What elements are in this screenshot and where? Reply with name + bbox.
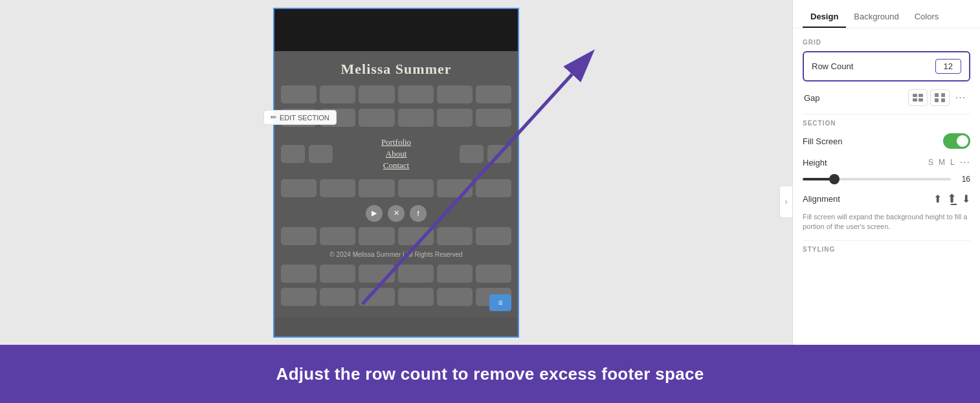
grid-tile	[309, 145, 333, 163]
grid-tile	[437, 265, 473, 283]
youtube-icon: ▶	[366, 205, 383, 222]
grid-tile	[398, 179, 434, 197]
slider-fill	[803, 178, 832, 180]
grid-tile	[476, 109, 511, 127]
grid-tile	[320, 227, 355, 245]
canvas-area: Melissa Summer	[0, 0, 792, 345]
edit-section-button[interactable]: ✏ EDIT SECTION	[263, 110, 337, 125]
grid-tile	[398, 265, 434, 283]
gap-small-icon[interactable]	[908, 89, 928, 106]
gap-more-button[interactable]: ···	[952, 89, 969, 106]
grid-tile	[359, 85, 394, 103]
site-title: Melissa Summer	[281, 58, 511, 78]
nav-contact[interactable]: Contact	[383, 160, 409, 171]
tab-background[interactable]: Background	[846, 6, 906, 28]
slider-value: 16	[957, 175, 970, 184]
grid-tile	[359, 179, 394, 197]
align-bottom-icon[interactable]: ⬇	[962, 193, 970, 205]
caption-text: Adjust the row count to remove excess fo…	[276, 364, 704, 384]
svg-rect-2	[913, 94, 917, 97]
height-options: S M L ···	[928, 157, 970, 168]
gap-large-icon[interactable]	[930, 89, 950, 106]
grid-tile	[320, 179, 355, 197]
tab-colors[interactable]: Colors	[907, 6, 947, 28]
nav-portfolio[interactable]: Portfolio	[381, 137, 411, 147]
svg-rect-5	[919, 98, 923, 102]
facebook-icon: f	[410, 205, 427, 222]
grid-tile	[437, 109, 473, 127]
divider-1	[803, 114, 970, 114]
caption-bar: Adjust the row count to remove excess fo…	[0, 345, 980, 403]
grid-tile	[359, 109, 394, 127]
grid-tile	[437, 288, 473, 306]
grid-tile	[476, 227, 511, 245]
height-more-button[interactable]: ···	[960, 157, 970, 168]
nav-links: Portfolio About Contact	[336, 137, 456, 171]
align-center-icon[interactable]: ⬆̲	[947, 191, 957, 206]
grid-tile	[359, 227, 394, 245]
grid-row-6	[281, 288, 511, 306]
grid-tile	[476, 265, 511, 283]
grid-tile	[320, 85, 355, 103]
list-icon-button[interactable]: ≡	[489, 294, 511, 311]
alignment-icons: ⬆ ⬆̲ ⬇	[933, 191, 970, 206]
grid-tile	[398, 227, 434, 245]
row-count-row: Row Count 12	[812, 59, 961, 74]
grid-tile	[437, 179, 473, 197]
grid-tile	[460, 145, 484, 163]
grid-tile	[398, 109, 434, 127]
help-text: Fill screen will expand the background h…	[803, 212, 970, 232]
nav-right-tiles	[460, 145, 511, 163]
social-icons: ▶ ✕ f	[281, 205, 511, 222]
height-s[interactable]: S	[928, 158, 933, 167]
nav-left-tiles	[281, 145, 333, 163]
grid-tile	[487, 145, 511, 163]
tab-design[interactable]: Design	[803, 6, 846, 28]
nav-about[interactable]: About	[386, 149, 407, 159]
svg-rect-6	[935, 93, 939, 97]
styling-section-label: STYLING	[803, 246, 970, 253]
grid-tile	[281, 85, 317, 103]
grid-section-label: GRID	[803, 39, 970, 46]
svg-rect-9	[941, 98, 945, 102]
grid-tile	[398, 288, 434, 306]
height-slider[interactable]	[803, 178, 951, 180]
height-l[interactable]: L	[950, 158, 955, 167]
slider-thumb[interactable]	[829, 174, 840, 184]
alignment-row: Alignment ⬆ ⬆̲ ⬇	[803, 191, 970, 206]
height-m[interactable]: M	[939, 158, 945, 167]
grid-tile	[359, 288, 394, 306]
height-label: Height	[803, 158, 827, 168]
fill-screen-label: Fill Screen	[803, 136, 842, 146]
grid-tile	[281, 265, 317, 283]
grid-row-3	[281, 179, 511, 197]
grid-tile	[281, 227, 317, 245]
pencil-icon: ✏	[271, 113, 276, 122]
grid-tile	[320, 288, 355, 306]
grid-tile	[476, 85, 511, 103]
right-panel: Design Background Colors GRID Row Count …	[792, 0, 980, 345]
row-count-value[interactable]: 12	[935, 59, 961, 74]
preview-header	[274, 9, 518, 51]
website-preview: Melissa Summer	[273, 8, 519, 338]
footer-text: © 2024 Melissa Summer | All Rights Reser…	[281, 250, 511, 259]
nav-row: Portfolio About Contact	[281, 132, 511, 176]
preview-grid-section: Melissa Summer	[274, 51, 518, 318]
twitter-icon: ✕	[388, 205, 405, 222]
slider-row: 16	[803, 175, 970, 184]
align-top-icon[interactable]: ⬆	[933, 193, 942, 205]
gap-row: Gap	[803, 89, 970, 106]
svg-rect-8	[935, 98, 939, 102]
grid-tile	[281, 145, 305, 163]
grid-tile	[437, 227, 473, 245]
section-section-label: SECTION	[803, 120, 970, 127]
grid-tile	[398, 85, 434, 103]
grid-tile	[437, 85, 473, 103]
collapse-panel-button[interactable]: ›	[779, 186, 792, 218]
panel-tabs: Design Background Colors	[793, 0, 980, 28]
grid-row-4	[281, 227, 511, 245]
edit-section-label: EDIT SECTION	[280, 114, 329, 122]
fill-screen-toggle[interactable]	[943, 133, 970, 149]
main-area: Melissa Summer	[0, 0, 980, 345]
alignment-label: Alignment	[803, 194, 840, 204]
